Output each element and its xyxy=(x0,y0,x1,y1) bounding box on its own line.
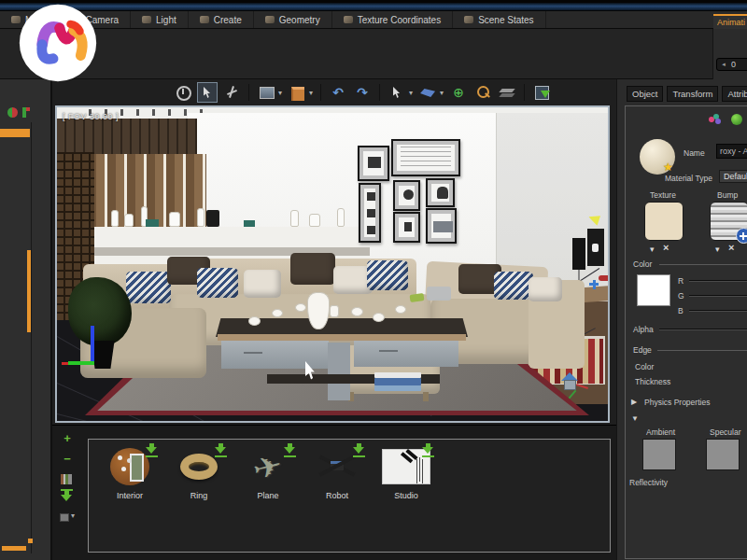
pillow-chevron xyxy=(494,272,533,300)
sidebar-selected-item[interactable] xyxy=(0,129,30,137)
menu-light[interactable]: Light xyxy=(131,11,189,28)
plane-tool-icon[interactable] xyxy=(418,83,437,102)
teacup xyxy=(373,313,385,322)
title-bar-accent xyxy=(0,3,747,10)
asset-item-studio[interactable]: Studio xyxy=(378,445,434,500)
dropdown-caret-icon[interactable]: ▾ xyxy=(278,89,282,97)
texture-coordinates-icon xyxy=(344,16,353,23)
asset-item-plane[interactable]: ✈ Plane xyxy=(240,445,296,500)
add-asset-icon[interactable]: + xyxy=(60,431,75,445)
thickness-label: Thickness xyxy=(635,377,670,386)
physics-collapse-icon[interactable]: ▶ xyxy=(631,398,637,406)
teacup xyxy=(248,316,261,326)
download-icon[interactable] xyxy=(284,443,296,457)
spinner-left-icon[interactable]: ◄ xyxy=(721,62,726,67)
shading-cube-icon[interactable] xyxy=(288,83,306,102)
red-slider[interactable] xyxy=(689,280,747,282)
download-icon[interactable] xyxy=(353,443,365,457)
name-input[interactable]: roxy - An xyxy=(716,144,747,159)
bump-clear-icon[interactable]: × xyxy=(728,242,734,253)
table-drawer xyxy=(354,341,458,367)
sidebar-toggle-icon[interactable] xyxy=(7,107,18,118)
menu-geometry[interactable]: Geometry xyxy=(254,11,332,28)
reflectivity-label: Reflectivity xyxy=(629,478,668,487)
undo-icon[interactable]: ↶ xyxy=(329,83,347,102)
texture-caret-icon[interactable]: ▾ xyxy=(650,245,655,254)
material-type-dropdown[interactable]: Default xyxy=(719,170,747,183)
tab-attributes[interactable]: Attributes xyxy=(722,86,747,102)
transform-gizmo-icon[interactable] xyxy=(222,83,241,102)
decor-box xyxy=(146,219,159,227)
blue-channel-label: B xyxy=(678,306,684,315)
sidebar-filter-icon[interactable] xyxy=(22,107,26,118)
texture-clear-icon[interactable]: × xyxy=(663,242,669,253)
tab-transform[interactable]: Transform xyxy=(667,86,718,102)
sidebar-horizontal-scrollbar[interactable] xyxy=(2,546,26,551)
light-icon xyxy=(142,16,151,23)
thumbnail-view-icon[interactable] xyxy=(60,513,69,522)
geometry-icon xyxy=(265,16,275,23)
teacup xyxy=(395,305,406,314)
render-image-icon[interactable] xyxy=(257,83,275,102)
edge-color-label: Color xyxy=(635,362,654,371)
vase xyxy=(169,212,180,227)
plant xyxy=(68,277,132,346)
asset-item-robot[interactable]: Robot xyxy=(309,445,365,500)
toolbar-separator xyxy=(524,84,525,101)
tab-object[interactable]: Object xyxy=(627,86,663,102)
pillow-dark xyxy=(290,253,335,285)
blue-slider[interactable] xyxy=(689,310,747,312)
green-slider[interactable] xyxy=(689,295,747,297)
export-screenshot-icon[interactable] xyxy=(532,83,551,102)
speaker xyxy=(572,238,585,270)
remove-asset-icon[interactable]: − xyxy=(60,452,75,466)
material-dots-icon[interactable] xyxy=(709,114,722,125)
diffuse-color-swatch[interactable] xyxy=(637,274,670,306)
asset-item-ring[interactable]: Ring xyxy=(171,445,227,500)
bump-caret-icon[interactable]: ▾ xyxy=(715,245,720,254)
menu-label: Texture Coordinates xyxy=(358,15,442,25)
select-tool-icon[interactable] xyxy=(198,83,217,102)
ambient-swatch[interactable] xyxy=(642,439,676,470)
toolbar-separator xyxy=(248,84,249,101)
texture-swatch[interactable] xyxy=(644,202,684,241)
dropdown-caret-icon[interactable]: ▾ xyxy=(309,89,313,97)
section-expand-icon[interactable]: ▼ xyxy=(631,414,639,423)
menu-texture-coordinates[interactable]: Texture Coordinates xyxy=(332,11,454,28)
book-stack xyxy=(374,372,421,393)
viewport-canvas[interactable]: [ FOV 30.00 ] xyxy=(55,105,610,423)
layers-icon[interactable] xyxy=(498,83,516,102)
menu-scene-states[interactable]: Scene States xyxy=(453,11,545,28)
teacup xyxy=(351,307,363,316)
properties-panel: Object Transform Attributes Ma ★ Name ro… xyxy=(616,79,747,560)
dropdown-caret-icon[interactable]: ▾ xyxy=(409,89,413,97)
specular-swatch[interactable] xyxy=(706,439,740,470)
zoom-tool-icon[interactable] xyxy=(473,83,492,102)
redo-icon[interactable]: ↷ xyxy=(353,83,372,102)
orbit-tool-icon[interactable] xyxy=(174,83,192,102)
alpha-slider[interactable] xyxy=(659,329,747,330)
picture-frame-quote xyxy=(391,139,460,176)
bump-swatch[interactable] xyxy=(710,202,747,241)
dropdown-caret-icon[interactable]: ▾ xyxy=(440,89,444,97)
app-window: Move Camera Light Create Geometry Textur… xyxy=(0,0,747,560)
library-icon[interactable] xyxy=(61,474,72,484)
asset-item-interior[interactable]: Interior xyxy=(102,445,158,500)
focus-selection-icon[interactable]: ⊕ xyxy=(449,83,468,102)
tab-animation[interactable]: Animati xyxy=(713,14,747,29)
group-rule xyxy=(659,264,747,265)
download-icon[interactable] xyxy=(422,443,434,457)
menu-create[interactable]: Create xyxy=(189,11,254,28)
download-icon[interactable] xyxy=(215,443,227,457)
add-bump-icon[interactable] xyxy=(736,228,747,244)
favorite-star-icon[interactable]: ★ xyxy=(663,161,673,174)
picture-frame xyxy=(358,146,389,181)
cursor-tool-icon[interactable] xyxy=(388,83,406,102)
ambient-label: Ambient xyxy=(646,427,675,437)
red-capsule-widget xyxy=(599,275,610,281)
frame-spinner[interactable]: ◄ 0 xyxy=(716,58,747,71)
download-icon[interactable] xyxy=(146,443,158,457)
shader-ball-icon[interactable] xyxy=(731,114,742,125)
sidebar-vertical-scrollbar[interactable] xyxy=(27,250,31,332)
vase xyxy=(290,210,299,227)
